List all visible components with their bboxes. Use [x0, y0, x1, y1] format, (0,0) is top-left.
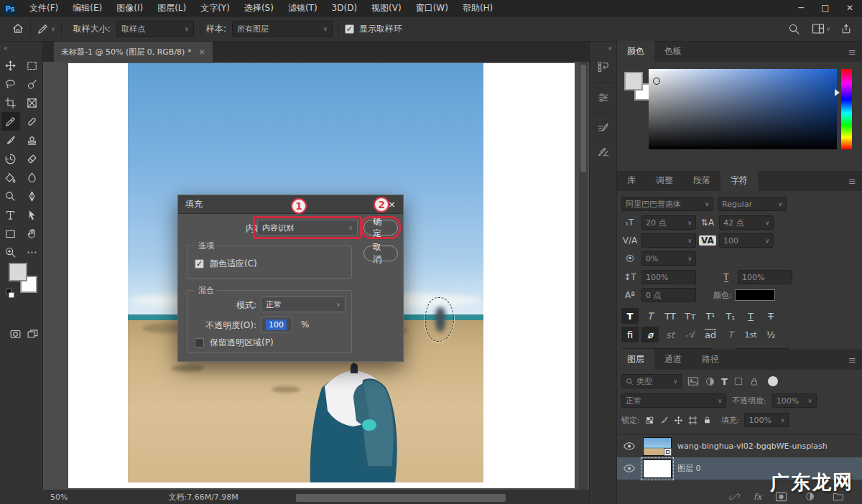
share-icon[interactable] — [840, 23, 852, 35]
subscript-button[interactable]: T₁ — [722, 308, 739, 324]
ordinals-button[interactable]: 1st — [742, 327, 759, 342]
lock-position-icon[interactable] — [674, 416, 683, 425]
proportional-spacing-dropdown[interactable]: 0%∨ — [641, 251, 696, 266]
layer-fill-dropdown[interactable]: 100%∨ — [744, 413, 789, 427]
vertical-scrollbar[interactable] — [579, 62, 588, 490]
more-tools-icon[interactable] — [23, 243, 42, 261]
font-family-dropdown[interactable]: 阿里巴巴普惠体∨ — [621, 197, 713, 211]
panel-menu-icon[interactable]: ≡ — [848, 355, 856, 365]
layer-row-photo[interactable]: wang-binghua-vI02-bgqbWE-unsplash — [617, 435, 862, 457]
default-colors-icon[interactable] — [6, 289, 14, 298]
healing-brush-tool[interactable] — [23, 112, 42, 131]
filter-type-layers-icon[interactable]: T — [721, 376, 728, 387]
brush-settings-panel-icon[interactable] — [590, 116, 617, 141]
small-caps-button[interactable]: Tᴛ — [682, 308, 699, 324]
layer-mask-icon[interactable] — [771, 492, 790, 502]
menu-layer[interactable]: 图层(L) — [150, 0, 193, 16]
layer-thumbnail[interactable] — [643, 459, 672, 478]
opacity-input[interactable]: 100 — [261, 317, 292, 332]
new-layer-icon[interactable] — [858, 492, 862, 502]
tab-libraries[interactable]: 库 — [617, 170, 646, 191]
tab-color[interactable]: 颜色 — [617, 41, 654, 62]
tab-swatches[interactable]: 色板 — [654, 41, 692, 62]
crop-tool[interactable] — [1, 93, 20, 112]
lock-all-icon[interactable] — [703, 415, 712, 425]
clone-stamp-tool[interactable] — [23, 131, 42, 149]
type-tool[interactable] — [1, 205, 20, 224]
workspace-switcher-icon[interactable]: ∨ — [812, 23, 830, 34]
menu-file[interactable]: 文件(F) — [22, 0, 65, 16]
visibility-eye-icon[interactable] — [621, 465, 637, 472]
lock-transparency-icon[interactable] — [645, 416, 654, 425]
menu-image[interactable]: 图像(I) — [109, 0, 150, 16]
hue-pointer[interactable] — [835, 89, 840, 96]
hand-tool[interactable] — [23, 224, 42, 243]
properties-panel-icon[interactable] — [590, 85, 617, 110]
layer-name[interactable]: 图层 0 — [677, 463, 701, 474]
lock-pixels-icon[interactable] — [659, 416, 669, 425]
kerning-dropdown[interactable]: ∨ — [641, 233, 696, 248]
layer-effects-icon[interactable]: fx — [754, 492, 761, 502]
brushes-panel-icon[interactable] — [590, 141, 617, 165]
vertical-scale-field[interactable]: 100% — [641, 270, 696, 284]
lock-artboard-icon[interactable] — [688, 416, 698, 425]
tab-character[interactable]: 字符 — [720, 170, 758, 191]
fill-dialog[interactable]: 填充 × 内容: 内容识别∨ 确定 取消 选项 ✓ 颜色适应(C) 混合 模式:… — [177, 195, 404, 362]
maximize-button[interactable]: □ — [813, 0, 838, 16]
eyedropper-tool[interactable] — [1, 112, 20, 131]
history-panel-icon[interactable] — [590, 55, 617, 79]
collapse-dock-icon[interactable]: « — [590, 42, 616, 55]
layer-filter-search[interactable]: 类型∨ — [621, 374, 682, 388]
foreground-color-swatch[interactable] — [9, 263, 27, 281]
layer-name[interactable]: wang-binghua-vI02-bgqbWE-unsplash — [677, 442, 828, 451]
titling-alternates-button[interactable]: ad — [702, 327, 719, 342]
layer-filter-toggle[interactable] — [768, 376, 778, 386]
oldstyle-button[interactable]: T — [722, 327, 739, 342]
swash-button[interactable]: 𝒜 — [682, 327, 699, 342]
fractions-button[interactable]: ½ — [762, 327, 779, 342]
menu-type[interactable]: 文字(Y) — [193, 0, 237, 16]
color-gradient-field[interactable] — [649, 69, 837, 149]
all-caps-button[interactable]: TT — [662, 308, 679, 324]
panel-menu-icon[interactable]: ≡ — [848, 47, 856, 57]
faux-italic-button[interactable]: T — [641, 308, 659, 324]
close-tab-icon[interactable]: × — [198, 47, 205, 57]
zoom-tool[interactable] — [1, 243, 20, 261]
tab-channels[interactable]: 通道 — [654, 349, 692, 370]
underline-button[interactable]: T — [742, 308, 759, 324]
pen-tool[interactable] — [23, 187, 42, 205]
layer-opacity-dropdown[interactable]: 100%∨ — [772, 393, 817, 408]
search-icon[interactable] — [788, 23, 800, 35]
superscript-button[interactable]: T¹ — [702, 308, 719, 324]
menu-select[interactable]: 选择(S) — [237, 0, 281, 16]
mode-dropdown[interactable]: 正常∨ — [261, 297, 346, 312]
blur-tool[interactable] — [23, 168, 42, 187]
sample-layers-dropdown[interactable]: 所有图层∨ — [232, 21, 333, 37]
cancel-button[interactable]: 取消 — [363, 246, 398, 261]
menu-3d[interactable]: 3D(D) — [325, 0, 364, 16]
discretionary-ligatures-button[interactable]: ø — [641, 327, 659, 342]
document-tab[interactable]: 未标题-1 @ 50% (图层 0, RGB/8) * × — [54, 42, 213, 62]
tab-layers[interactable]: 图层 — [617, 349, 654, 370]
brush-tool[interactable] — [1, 131, 20, 149]
menu-view[interactable]: 视图(V) — [364, 0, 409, 16]
leading-dropdown[interactable]: 42 点∨ — [719, 215, 774, 230]
move-tool[interactable] — [1, 56, 20, 75]
minimize-button[interactable]: ─ — [789, 0, 813, 16]
eyedropper-tool-preset-icon[interactable]: ∨ — [37, 23, 55, 35]
layer-thumbnail[interactable] — [643, 437, 672, 456]
font-style-dropdown[interactable]: Regular∨ — [718, 197, 787, 211]
quick-selection-tool[interactable] — [23, 75, 42, 93]
rectangle-tool[interactable] — [1, 224, 20, 243]
strikethrough-button[interactable]: T — [762, 308, 779, 324]
faux-bold-button[interactable]: T — [621, 308, 639, 324]
tab-paragraph[interactable]: 段落 — [683, 170, 720, 191]
color-adaptation-checkbox[interactable]: ✓ 颜色适应(C) — [195, 258, 351, 270]
panel-foreground-swatch[interactable] — [624, 72, 643, 90]
menu-edit[interactable]: 编辑(E) — [65, 0, 109, 16]
filter-pixel-layers-icon[interactable] — [687, 376, 699, 386]
horizontal-scrollbar[interactable] — [296, 494, 506, 502]
filter-adjustment-layers-icon[interactable] — [705, 376, 715, 387]
close-window-button[interactable]: ✕ — [838, 0, 862, 16]
hue-strip[interactable] — [841, 69, 852, 149]
